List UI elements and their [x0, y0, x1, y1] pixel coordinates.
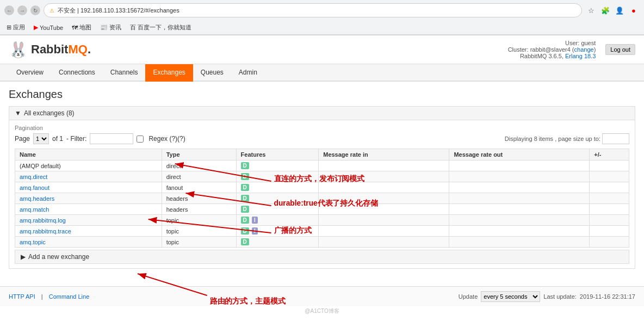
exchange-actions: [590, 171, 629, 182]
nav-queues[interactable]: Queues: [193, 64, 231, 82]
exchange-link[interactable]: amq.rabbitmq.log: [20, 217, 66, 224]
exchanges-panel-header[interactable]: ▼ All exchanges (8): [9, 107, 635, 120]
table-row: amq.rabbitmq.trace topic D I: [15, 226, 629, 237]
filter-label: - Filter:: [66, 135, 86, 143]
pagination-label: Pagination: [15, 125, 629, 131]
exchange-features: D: [236, 204, 319, 215]
exchange-link[interactable]: amq.direct: [20, 174, 47, 180]
nav-overview[interactable]: Overview: [9, 64, 51, 82]
exchange-actions: [590, 204, 629, 215]
exchanges-panel: ▼ All exchanges (8) Pagination Page 1 of…: [9, 106, 635, 269]
bookmark-apps[interactable]: ⊞ 应用: [4, 22, 27, 33]
forward-button[interactable]: →: [17, 5, 27, 15]
exchange-link[interactable]: (AMQP default): [20, 163, 61, 169]
feature-badge-D: D: [241, 217, 249, 224]
bookmark-maps[interactable]: 🗺 地图: [70, 22, 94, 33]
rabbit-logo-icon: 🐰: [9, 41, 28, 59]
exchange-rate-out: [449, 215, 590, 226]
logo-mq-text: MQ: [68, 42, 87, 57]
table-row: amq.direct direct D durable: true: [15, 171, 629, 182]
logo-dot: .: [88, 42, 91, 57]
star-button[interactable]: ☆: [585, 4, 597, 16]
exchange-rate-in: [319, 204, 449, 215]
exchange-link[interactable]: amq.match: [20, 206, 49, 213]
maps-icon: 🗺: [72, 24, 78, 31]
table-row: amq.rabbitmq.log topic D I: [15, 215, 629, 226]
version-line: RabbitMQ 3.6.5, Erlang 18.3: [508, 53, 596, 59]
http-api-link[interactable]: HTTP API: [9, 293, 35, 300]
exchange-actions: [590, 182, 629, 193]
exchange-actions: [590, 215, 629, 226]
feature-badge-D: D: [241, 195, 249, 202]
cluster-line: Cluster: rabbit@slaver4 (change): [508, 46, 596, 53]
bookmark-baidu-label: 百度一下，你就知道: [138, 23, 191, 32]
exchange-name: (AMQP default): [15, 161, 162, 171]
page-title: Exchanges: [9, 88, 635, 101]
logout-button[interactable]: Log out: [605, 44, 635, 55]
update-label: Update: [459, 293, 478, 300]
last-update-label: Last update:: [543, 293, 577, 300]
browser-actions: ☆ 🧩 👤 ●: [585, 4, 640, 16]
url-bar[interactable]: ⚠ 不安全 | 192.168.110.133:15672/#/exchange…: [44, 3, 582, 17]
nav-exchanges[interactable]: Exchanges: [145, 64, 193, 82]
profile-button[interactable]: 👤: [614, 4, 626, 16]
exchange-rate-out: [449, 204, 590, 215]
exchange-features: D durable: true: [236, 171, 319, 182]
page-size-input[interactable]: 100: [602, 133, 629, 144]
exchange-rate-in: [319, 215, 449, 226]
exchange-features: D: [236, 182, 319, 193]
exchange-link[interactable]: amq.headers: [20, 195, 54, 202]
exchange-type: topic: [162, 237, 236, 248]
bookmark-youtube[interactable]: ▶ YouTube: [32, 23, 65, 32]
exchange-link[interactable]: amq.rabbitmq.trace: [20, 228, 71, 235]
bookmark-maps-label: 地图: [79, 23, 91, 32]
add-exchange-panel: ▶ Add a new exchange: [15, 250, 629, 264]
exchange-name: amq.match: [15, 204, 162, 215]
exchange-type: topic: [162, 215, 236, 226]
exchange-rate-in: [319, 182, 449, 193]
back-button[interactable]: ←: [4, 5, 14, 15]
user-line: User: guest: [508, 40, 596, 46]
col-type: Type: [162, 149, 236, 161]
footer-right: Update every 5 seconds every 10 seconds …: [459, 291, 635, 302]
change-link[interactable]: change: [574, 46, 594, 53]
logo-area: 🐰 Rabbit MQ .: [9, 41, 91, 59]
exchange-link[interactable]: amq.topic: [20, 239, 46, 245]
exchange-features: D: [236, 237, 319, 248]
table-wrapper: Name Type Features Message rate in Messa…: [15, 149, 629, 248]
col-rate-out: Message rate out: [449, 149, 590, 161]
panel-collapse-icon: ▼: [15, 109, 21, 117]
browser-toolbar: ← → ↻ ⚠ 不安全 | 192.168.110.133:15672/#/ex…: [0, 0, 644, 21]
user-label: User:: [565, 40, 579, 46]
exchange-features: D: [236, 193, 319, 204]
col-actions: +/-: [590, 149, 629, 161]
menu-button[interactable]: ●: [628, 4, 640, 16]
command-line-link[interactable]: Command Line: [49, 293, 90, 300]
add-exchange-icon: ▶: [21, 253, 26, 261]
exchange-type: fanout: [162, 182, 236, 193]
nav-connections[interactable]: Connections: [51, 64, 103, 82]
regex-checkbox[interactable]: [137, 135, 144, 143]
bookmark-news[interactable]: 📰 资讯: [98, 22, 123, 33]
app-header: 🐰 Rabbit MQ . User: guest Cluster: rabbi…: [0, 35, 644, 64]
col-features: Features: [236, 149, 319, 161]
bookmark-baidu[interactable]: 百 百度一下，你就知道: [128, 22, 194, 33]
nav-admin[interactable]: Admin: [231, 64, 265, 82]
nav-channels[interactable]: Channels: [103, 64, 146, 82]
reload-button[interactable]: ↻: [30, 5, 40, 15]
add-exchange-header[interactable]: ▶ Add a new exchange: [15, 250, 629, 263]
exchange-features: D I: [236, 226, 319, 237]
exchange-name: amq.headers: [15, 193, 162, 204]
extensions-button[interactable]: 🧩: [599, 4, 611, 16]
erlang-link[interactable]: Erlang 18.3: [565, 53, 596, 59]
filter-input[interactable]: [90, 133, 133, 144]
bookmark-youtube-label: YouTube: [40, 24, 63, 31]
exchange-link[interactable]: amq.fanout: [20, 184, 49, 191]
feature-badge-I: I: [252, 217, 258, 224]
cluster-label: Cluster:: [508, 46, 529, 53]
update-select[interactable]: every 5 seconds every 10 seconds every 3…: [481, 291, 540, 302]
page-select[interactable]: 1: [33, 133, 49, 144]
main-content: Exchanges ▼ All exchanges (8) Pagination…: [0, 82, 644, 281]
exchange-rate-out: [449, 237, 590, 248]
exchange-actions: [590, 226, 629, 237]
